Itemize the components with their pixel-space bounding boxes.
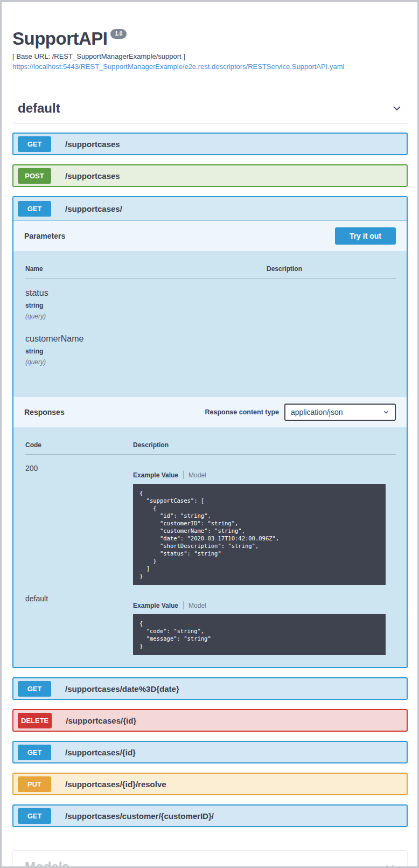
chevron-down-icon (385, 862, 395, 868)
method-badge: GET (18, 201, 51, 217)
column-description: Description (133, 441, 396, 449)
method-badge: GET (18, 681, 51, 697)
response-row-default: default Example Value Model { "code": "s… (13, 585, 407, 655)
column-description: Description (267, 265, 396, 273)
tab-model[interactable]: Model (188, 602, 206, 609)
tab-model[interactable]: Model (188, 471, 206, 479)
parameter-location: (query) (25, 358, 396, 366)
parameter-name: status (25, 288, 396, 298)
op-path: /supportcases/ (65, 204, 122, 213)
column-code: Code (25, 441, 133, 449)
op-row-get-supportcases-customer[interactable]: GET /supportcases/customer/{customerID}/ (12, 804, 408, 827)
method-badge: DELETE (18, 713, 52, 728)
response-tabs: Example Value Model (133, 601, 396, 609)
op-path: /supportcases/customer/{customerID}/ (65, 811, 214, 821)
op-row-get-supportcases-date[interactable]: GET /supportcases/date%3D{date} (12, 677, 408, 700)
response-tabs: Example Value Model (133, 471, 396, 479)
method-badge: GET (18, 808, 51, 824)
response-content-type-value: application/json (291, 408, 343, 416)
page-title: SupportAPI (12, 29, 107, 48)
chevron-down-icon (383, 409, 389, 415)
column-name: Name (25, 265, 267, 273)
op-path: /supportcases (65, 140, 120, 149)
swagger-ui-page: SupportAPI 1.0 [ Base URL: /REST_Support… (0, 0, 419, 868)
models-section-header[interactable]: Models (12, 850, 408, 868)
base-url: [ Base URL: /REST_SupportManagerExample/… (12, 52, 408, 60)
tab-example-value[interactable]: Example Value (133, 471, 178, 479)
models-title: Models (25, 859, 69, 868)
responses-band: Responses Response content type applicat… (13, 397, 407, 427)
op-row-post-supportcases[interactable]: POST /supportcases (12, 164, 408, 187)
tag-section-header-default[interactable]: default (12, 101, 408, 123)
parameter-row-customerName: customerName string (query) (25, 334, 396, 366)
tab-separator (183, 601, 184, 609)
spec-link[interactable]: https://localhost:5443/REST_SupportManag… (12, 63, 344, 71)
method-badge: POST (18, 168, 51, 184)
method-badge: GET (18, 136, 51, 152)
op-row-delete-supportcases-id[interactable]: DELETE /supportcases/{id} (12, 709, 408, 732)
tab-example-value[interactable]: Example Value (133, 602, 178, 609)
parameter-type: string (25, 348, 396, 355)
response-code: default (25, 593, 133, 655)
example-json-200: { "supportCases": [ { "id": "string", "c… (133, 484, 386, 585)
response-content-type-select[interactable]: application/json (284, 404, 396, 421)
op-path: /supportcases/{id} (66, 716, 136, 725)
try-it-out-button[interactable]: Try it out (335, 227, 396, 245)
response-row-200: 200 Example Value Model { "supportCases"… (13, 455, 407, 585)
tab-separator (183, 471, 184, 479)
parameter-location: (query) (25, 313, 396, 320)
parameters-list: status string (query) customerName strin… (13, 279, 407, 397)
op-block-header[interactable]: GET /supportcases/ (13, 197, 407, 221)
op-row-put-supportcases-id-resolve[interactable]: PUT /supportcases/{id}/resolve (12, 773, 408, 795)
op-row-get-supportcases[interactable]: GET /supportcases (12, 133, 408, 155)
responses-table-header: Code Description (13, 427, 407, 454)
op-path: /supportcases/date%3D{date} (65, 684, 179, 693)
response-code: 200 (25, 463, 133, 585)
parameter-name: customerName (25, 334, 396, 344)
op-path: /supportcases (65, 171, 120, 180)
parameter-row-status: status string (query) (25, 288, 396, 320)
method-badge: GET (18, 745, 51, 760)
op-row-get-supportcases-id[interactable]: GET /supportcases/{id} (12, 741, 408, 763)
api-info: SupportAPI 1.0 [ Base URL: /REST_Support… (12, 2, 408, 71)
response-content-type-label: Response content type (205, 408, 279, 416)
version-badge: 1.0 (110, 29, 127, 39)
parameters-title: Parameters (24, 232, 65, 240)
parameters-table-header: Name Description (13, 251, 407, 278)
responses-title: Responses (24, 408, 65, 416)
method-badge: PUT (18, 776, 51, 792)
parameters-band: Parameters Try it out (13, 221, 407, 251)
tag-section-title: default (18, 101, 60, 116)
example-json-default: { "code": "string", "message": "string" … (133, 614, 386, 655)
op-block-get-supportcases-expanded: GET /supportcases/ Parameters Try it out… (12, 196, 408, 668)
parameter-type: string (25, 302, 396, 309)
op-path: /supportcases/{id}/resolve (65, 780, 166, 789)
op-path: /supportcases/{id} (65, 748, 136, 757)
chevron-down-icon (392, 103, 402, 114)
